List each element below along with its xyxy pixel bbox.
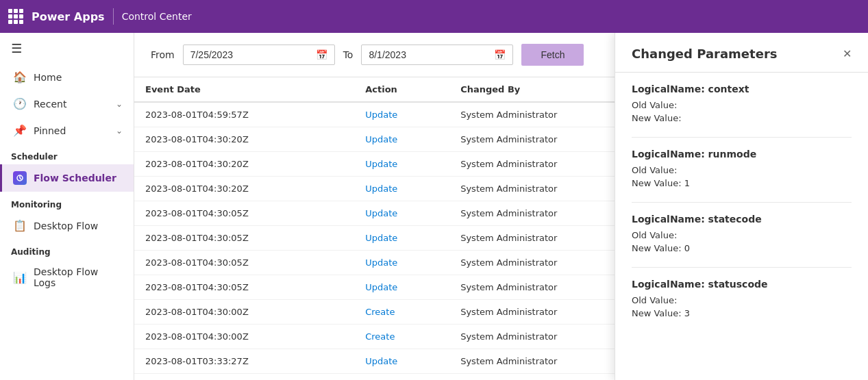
cell-action[interactable]: Update [354,201,449,226]
content-area: From 📅 To 📅 Fetch Event Date Action Chan… [134,33,868,380]
panel-close-button[interactable]: ✕ [843,49,852,60]
sidebar-label-desktop-logs: Desktop Flow Logs [34,266,123,288]
param-group: LogicalName: runmode Old Value: New Valu… [632,138,852,203]
chevron-down-icon: ⌄ [116,99,123,109]
cell-action[interactable]: Update [354,102,449,127]
home-icon: 🏠 [13,71,27,84]
sidebar-label-flow-scheduler: Flow Scheduler [34,173,116,183]
from-calendar-icon: 📅 [316,49,327,60]
cell-action[interactable]: Update [354,374,449,381]
sidebar-item-home[interactable]: 🏠 Home [0,64,134,90]
from-date-input[interactable] [190,49,310,60]
main-layout: ☰ 🏠 Home 🕐 Recent ⌄ 📌 Pinned ⌄ Scheduler… [0,33,868,380]
sidebar-label-desktop-flow: Desktop Flow [34,220,98,231]
cell-event-date: 2023-08-01T04:30:00Z [134,325,354,349]
cell-event-date: 2023-08-01T04:59:57Z [134,102,354,127]
sidebar-item-flow-scheduler[interactable]: Flow Scheduler [0,164,134,192]
pin-icon: 📌 [13,124,27,137]
sidebar-item-pinned[interactable]: 📌 Pinned ⌄ [0,117,134,144]
sidebar-item-desktop-flow-logs[interactable]: 📊 Desktop Flow Logs [0,259,134,295]
panel-title: Changed Parameters [632,47,777,61]
cell-event-date: 2023-08-01T04:30:05Z [134,201,354,226]
param-new-value: New Value: [632,113,852,123]
scheduler-section-label: Scheduler [0,144,134,164]
desktop-flow-icon: 📋 [13,219,27,232]
sidebar-label-recent: Recent [34,99,66,110]
param-name: LogicalName: runmode [632,149,852,160]
sidebar-label-home: Home [34,72,62,83]
param-old-value: Old Value: [632,230,852,240]
cell-event-date: 2023-08-01T04:30:00Z [134,300,354,325]
from-label: From [151,49,175,60]
monitoring-section-label: Monitoring [0,192,134,212]
grid-icon[interactable] [8,9,23,24]
cell-event-date: 2023-08-01T04:30:05Z [134,226,354,251]
cell-action[interactable]: Update [354,275,449,300]
param-group: LogicalName: statuscode Old Value: New V… [632,268,852,332]
cell-event-date: 2023-08-01T04:30:05Z [134,275,354,300]
cell-action[interactable]: Update [354,127,449,152]
cell-event-date: 2023-08-01T03:33:27Z [134,374,354,381]
param-old-value: Old Value: [632,100,852,110]
topbar: Power Apps Control Center [0,0,868,33]
cell-event-date: 2023-08-01T04:30:20Z [134,127,354,152]
changed-params-panel: Changed Parameters ✕ LogicalName: contex… [615,33,868,380]
cell-action[interactable]: Create [354,325,449,349]
param-new-value: New Value: 3 [632,308,852,318]
cell-action[interactable]: Update [354,251,449,275]
flow-scheduler-icon [13,171,27,185]
param-name: LogicalName: statecode [632,214,852,225]
col-action: Action [354,77,449,102]
svg-line-2 [20,178,21,179]
cell-event-date: 2023-08-01T04:30:20Z [134,177,354,201]
hamburger-icon[interactable]: ☰ [0,33,134,64]
cell-action[interactable]: Create [354,300,449,325]
clock-icon: 🕐 [13,97,27,110]
param-old-value: Old Value: [632,295,852,305]
auditing-section-label: Auditing [0,239,134,259]
col-event-date: Event Date [134,77,354,102]
param-old-value: Old Value: [632,165,852,175]
cell-action[interactable]: Update [354,349,449,374]
cell-event-date: 2023-08-01T04:30:05Z [134,251,354,275]
to-label: To [343,49,354,60]
to-calendar-icon: 📅 [494,49,506,60]
cell-action[interactable]: Update [354,152,449,177]
sidebar-label-pinned: Pinned [34,125,66,136]
logs-icon: 📊 [13,271,27,284]
param-group: LogicalName: context Old Value: New Valu… [632,73,852,138]
sidebar-item-recent[interactable]: 🕐 Recent ⌄ [0,90,134,117]
param-name: LogicalName: context [632,84,852,94]
cell-action[interactable]: Update [354,177,449,201]
panel-body: LogicalName: context Old Value: New Valu… [615,73,868,380]
param-name: LogicalName: statuscode [632,279,852,290]
param-new-value: New Value: 1 [632,178,852,188]
cell-event-date: 2023-08-01T03:33:27Z [134,349,354,374]
sidebar: ☰ 🏠 Home 🕐 Recent ⌄ 📌 Pinned ⌄ Scheduler… [0,33,134,380]
cell-action[interactable]: Update [354,226,449,251]
topbar-divider [113,8,114,25]
to-date-input[interactable] [369,49,488,60]
param-group: LogicalName: statecode Old Value: New Va… [632,203,852,268]
section-name: Control Center [122,11,192,22]
from-date-input-wrapper[interactable]: 📅 [183,45,335,65]
sidebar-item-desktop-flow[interactable]: 📋 Desktop Flow [0,212,134,239]
param-new-value: New Value: 0 [632,243,852,253]
cell-event-date: 2023-08-01T04:30:20Z [134,152,354,177]
app-name: Power Apps [32,10,105,23]
panel-header: Changed Parameters ✕ [615,33,868,73]
fetch-button[interactable]: Fetch [521,44,584,66]
to-date-input-wrapper[interactable]: 📅 [361,45,513,65]
chevron-down-icon-pinned: ⌄ [116,126,123,136]
